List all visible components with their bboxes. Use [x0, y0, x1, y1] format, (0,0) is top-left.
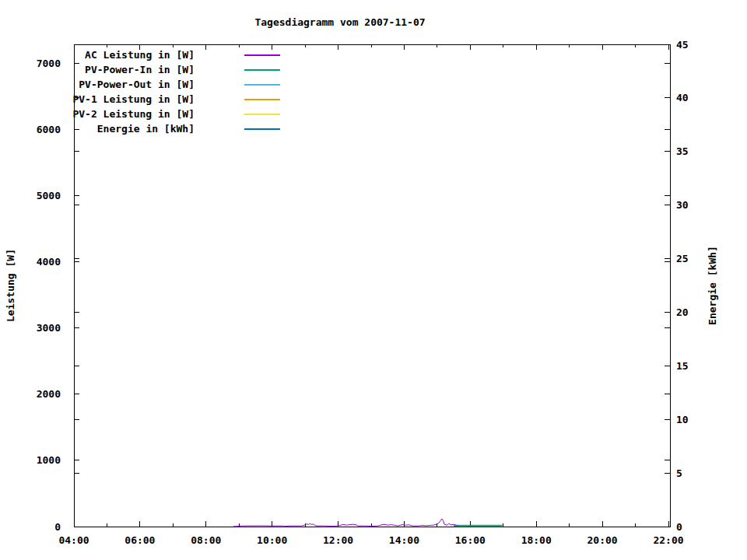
x-tick-label: 22:00: [653, 534, 683, 546]
y2-tick-label: 20: [676, 306, 689, 318]
y-axis-label: Leistung [W]: [5, 249, 16, 322]
legend-label: PV-Power-Out in [W]: [79, 79, 195, 90]
x-tick-label: 04:00: [58, 534, 89, 546]
legend-label: PV-Power-In in [W]: [85, 64, 195, 75]
y2-tick-label: 10: [676, 414, 689, 425]
legend-label: PV-1 Leistung in [W]: [72, 93, 195, 105]
x-tick-label: 08:00: [191, 534, 221, 546]
x-tick-label: 10:00: [257, 534, 287, 546]
y-tick-label: 0: [54, 521, 61, 533]
y-tick-label: 1000: [37, 454, 61, 466]
legend-label: PV-2 Leistung in [W]: [72, 108, 195, 120]
y-tick-label: 7000: [37, 58, 61, 69]
chart-canvas: 04:0006:0008:0010:0012:0014:0016:0018:00…: [0, 0, 747, 560]
x-tick-label: 20:00: [587, 534, 618, 546]
y-tick-label: 5000: [37, 190, 61, 201]
y2-tick-label: 0: [676, 521, 682, 533]
y2-axis-label: Energie [kWh]: [707, 246, 718, 325]
x-tick-label: 16:00: [455, 534, 486, 546]
chart-title: Tagesdiagramm vom 2007-11-07: [254, 16, 425, 28]
y-tick-label: 4000: [37, 256, 61, 268]
y2-tick-label: 40: [676, 92, 689, 103]
y2-tick-label: 15: [676, 360, 689, 372]
y2-tick-label: 35: [676, 145, 689, 157]
y-tick-label: 6000: [37, 124, 61, 135]
x-tick-label: 12:00: [323, 534, 353, 546]
legend-label: AC Leistung in [W]: [85, 49, 195, 61]
legend-label: Energie in [kWh]: [97, 123, 195, 135]
y-tick-label: 3000: [37, 322, 61, 334]
y2-tick-label: 30: [676, 199, 689, 211]
y2-tick-label: 5: [676, 467, 682, 479]
y-tick-label: 2000: [37, 388, 61, 400]
y2-tick-label: 25: [676, 253, 689, 264]
x-tick-label: 18:00: [521, 534, 552, 546]
x-tick-label: 14:00: [389, 534, 419, 546]
series-line-ac-leistung-in-w: [233, 519, 459, 527]
y2-tick-label: 45: [676, 39, 689, 51]
x-tick-label: 06:00: [124, 534, 155, 546]
plot-area: 04:0006:0008:0010:0012:0014:0016:0018:00…: [0, 0, 747, 560]
